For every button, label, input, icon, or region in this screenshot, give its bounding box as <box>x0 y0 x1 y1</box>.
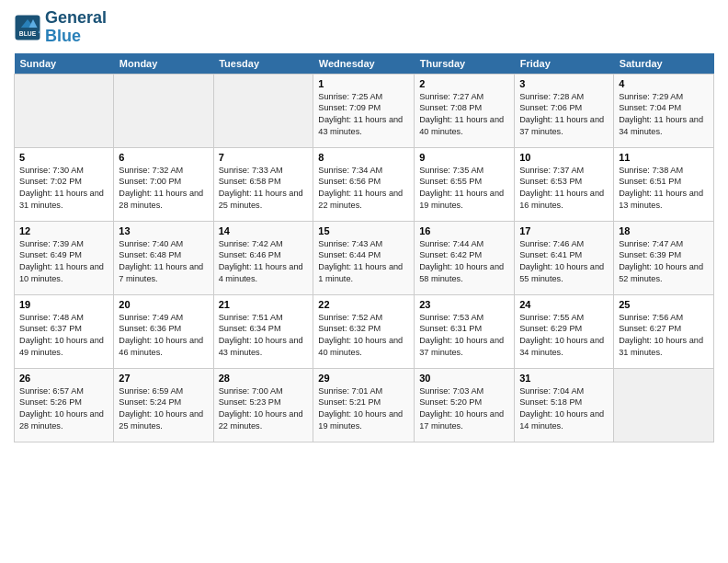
week-row-5: 26Sunrise: 6:57 AM Sunset: 5:26 PM Dayli… <box>15 368 714 442</box>
day-cell: 30Sunrise: 7:03 AM Sunset: 5:20 PM Dayli… <box>415 368 515 442</box>
day-header-saturday: Saturday <box>614 53 714 75</box>
day-info: Sunrise: 7:27 AM Sunset: 7:08 PM Dayligh… <box>419 91 509 139</box>
day-info: Sunrise: 7:48 AM Sunset: 6:37 PM Dayligh… <box>19 312 108 360</box>
day-header-wednesday: Wednesday <box>313 53 415 75</box>
day-cell <box>114 74 213 147</box>
day-cell: 15Sunrise: 7:43 AM Sunset: 6:44 PM Dayli… <box>313 221 415 294</box>
day-cell: 1Sunrise: 7:25 AM Sunset: 7:09 PM Daylig… <box>313 74 415 147</box>
day-number: 25 <box>619 299 709 310</box>
day-info: Sunrise: 7:52 AM Sunset: 6:32 PM Dayligh… <box>318 312 409 360</box>
week-row-3: 12Sunrise: 7:39 AM Sunset: 6:49 PM Dayli… <box>15 221 714 294</box>
day-info: Sunrise: 7:49 AM Sunset: 6:36 PM Dayligh… <box>119 312 208 360</box>
day-cell: 25Sunrise: 7:56 AM Sunset: 6:27 PM Dayli… <box>614 294 714 368</box>
day-number: 21 <box>219 299 309 310</box>
day-info: Sunrise: 7:25 AM Sunset: 7:09 PM Dayligh… <box>318 91 409 139</box>
day-header-monday: Monday <box>114 53 213 75</box>
week-row-2: 5Sunrise: 7:30 AM Sunset: 7:02 PM Daylig… <box>15 147 714 221</box>
day-number: 27 <box>119 373 208 384</box>
day-cell: 22Sunrise: 7:52 AM Sunset: 6:32 PM Dayli… <box>313 294 415 368</box>
day-number: 26 <box>19 373 108 384</box>
day-cell: 12Sunrise: 7:39 AM Sunset: 6:49 PM Dayli… <box>15 221 114 294</box>
day-info: Sunrise: 7:46 AM Sunset: 6:41 PM Dayligh… <box>519 238 609 286</box>
day-cell: 7Sunrise: 7:33 AM Sunset: 6:58 PM Daylig… <box>213 147 313 221</box>
day-cell: 29Sunrise: 7:01 AM Sunset: 5:21 PM Dayli… <box>313 368 415 442</box>
logo-text: General Blue <box>45 9 107 46</box>
day-number: 2 <box>419 78 509 89</box>
day-number: 23 <box>419 299 509 310</box>
day-cell <box>213 74 313 147</box>
day-cell: 28Sunrise: 7:00 AM Sunset: 5:23 PM Dayli… <box>213 368 313 442</box>
day-info: Sunrise: 7:30 AM Sunset: 7:02 PM Dayligh… <box>19 165 108 213</box>
day-info: Sunrise: 6:59 AM Sunset: 5:24 PM Dayligh… <box>119 385 208 433</box>
day-cell: 5Sunrise: 7:30 AM Sunset: 7:02 PM Daylig… <box>15 147 114 221</box>
day-number: 17 <box>519 225 609 236</box>
day-number: 14 <box>219 225 309 236</box>
day-cell: 8Sunrise: 7:34 AM Sunset: 6:56 PM Daylig… <box>313 147 415 221</box>
day-cell: 31Sunrise: 7:04 AM Sunset: 5:18 PM Dayli… <box>515 368 614 442</box>
day-number: 6 <box>119 152 208 163</box>
day-cell: 2Sunrise: 7:27 AM Sunset: 7:08 PM Daylig… <box>415 74 515 147</box>
day-number: 24 <box>519 299 609 310</box>
logo: BLUE General Blue <box>14 9 107 46</box>
day-number: 18 <box>619 225 709 236</box>
day-info: Sunrise: 7:44 AM Sunset: 6:42 PM Dayligh… <box>419 238 509 286</box>
main-container: BLUE General Blue SundayMondayTuesdayWed… <box>0 0 728 452</box>
day-number: 20 <box>119 299 208 310</box>
day-header-friday: Friday <box>515 53 614 75</box>
day-info: Sunrise: 7:38 AM Sunset: 6:51 PM Dayligh… <box>619 165 709 213</box>
day-cell: 20Sunrise: 7:49 AM Sunset: 6:36 PM Dayli… <box>114 294 213 368</box>
day-number: 5 <box>19 152 108 163</box>
day-info: Sunrise: 7:28 AM Sunset: 7:06 PM Dayligh… <box>519 91 609 139</box>
day-number: 11 <box>619 152 709 163</box>
day-info: Sunrise: 7:33 AM Sunset: 6:58 PM Dayligh… <box>219 165 309 213</box>
week-row-4: 19Sunrise: 7:48 AM Sunset: 6:37 PM Dayli… <box>15 294 714 368</box>
day-number: 7 <box>219 152 309 163</box>
day-cell: 24Sunrise: 7:55 AM Sunset: 6:29 PM Dayli… <box>515 294 614 368</box>
day-info: Sunrise: 7:32 AM Sunset: 7:00 PM Dayligh… <box>119 165 208 213</box>
logo-icon: BLUE <box>14 14 41 41</box>
day-number: 22 <box>318 299 409 310</box>
day-cell: 10Sunrise: 7:37 AM Sunset: 6:53 PM Dayli… <box>515 147 614 221</box>
day-cell <box>614 368 714 442</box>
day-info: Sunrise: 7:04 AM Sunset: 5:18 PM Dayligh… <box>519 385 609 433</box>
calendar-table: SundayMondayTuesdayWednesdayThursdayFrid… <box>14 53 714 442</box>
day-header-thursday: Thursday <box>415 53 515 75</box>
day-number: 3 <box>519 78 609 89</box>
day-cell: 14Sunrise: 7:42 AM Sunset: 6:46 PM Dayli… <box>213 221 313 294</box>
day-cell: 26Sunrise: 6:57 AM Sunset: 5:26 PM Dayli… <box>15 368 114 442</box>
day-cell <box>15 74 114 147</box>
day-number: 19 <box>19 299 108 310</box>
week-row-1: 1Sunrise: 7:25 AM Sunset: 7:09 PM Daylig… <box>15 74 714 147</box>
day-cell: 16Sunrise: 7:44 AM Sunset: 6:42 PM Dayli… <box>415 221 515 294</box>
day-info: Sunrise: 7:51 AM Sunset: 6:34 PM Dayligh… <box>219 312 309 360</box>
day-number: 16 <box>419 225 509 236</box>
day-cell: 23Sunrise: 7:53 AM Sunset: 6:31 PM Dayli… <box>415 294 515 368</box>
day-number: 10 <box>519 152 609 163</box>
day-number: 28 <box>219 373 309 384</box>
day-cell: 19Sunrise: 7:48 AM Sunset: 6:37 PM Dayli… <box>15 294 114 368</box>
day-number: 15 <box>318 225 409 236</box>
day-header-sunday: Sunday <box>15 53 114 75</box>
day-number: 29 <box>318 373 409 384</box>
day-info: Sunrise: 6:57 AM Sunset: 5:26 PM Dayligh… <box>19 385 108 433</box>
day-info: Sunrise: 7:43 AM Sunset: 6:44 PM Dayligh… <box>318 238 409 286</box>
day-info: Sunrise: 7:00 AM Sunset: 5:23 PM Dayligh… <box>219 385 309 433</box>
day-cell: 13Sunrise: 7:40 AM Sunset: 6:48 PM Dayli… <box>114 221 213 294</box>
day-info: Sunrise: 7:40 AM Sunset: 6:48 PM Dayligh… <box>119 238 208 286</box>
day-info: Sunrise: 7:53 AM Sunset: 6:31 PM Dayligh… <box>419 312 509 360</box>
day-cell: 6Sunrise: 7:32 AM Sunset: 7:00 PM Daylig… <box>114 147 213 221</box>
day-cell: 11Sunrise: 7:38 AM Sunset: 6:51 PM Dayli… <box>614 147 714 221</box>
day-number: 4 <box>619 78 709 89</box>
day-info: Sunrise: 7:29 AM Sunset: 7:04 PM Dayligh… <box>619 91 709 139</box>
day-header-tuesday: Tuesday <box>213 53 313 75</box>
day-cell: 17Sunrise: 7:46 AM Sunset: 6:41 PM Dayli… <box>515 221 614 294</box>
day-cell: 4Sunrise: 7:29 AM Sunset: 7:04 PM Daylig… <box>614 74 714 147</box>
day-info: Sunrise: 7:56 AM Sunset: 6:27 PM Dayligh… <box>619 312 709 360</box>
calendar-header-row: SundayMondayTuesdayWednesdayThursdayFrid… <box>15 53 714 75</box>
header: BLUE General Blue <box>14 9 714 46</box>
day-number: 13 <box>119 225 208 236</box>
day-number: 12 <box>19 225 108 236</box>
day-info: Sunrise: 7:42 AM Sunset: 6:46 PM Dayligh… <box>219 238 309 286</box>
day-cell: 3Sunrise: 7:28 AM Sunset: 7:06 PM Daylig… <box>515 74 614 147</box>
day-number: 9 <box>419 152 509 163</box>
